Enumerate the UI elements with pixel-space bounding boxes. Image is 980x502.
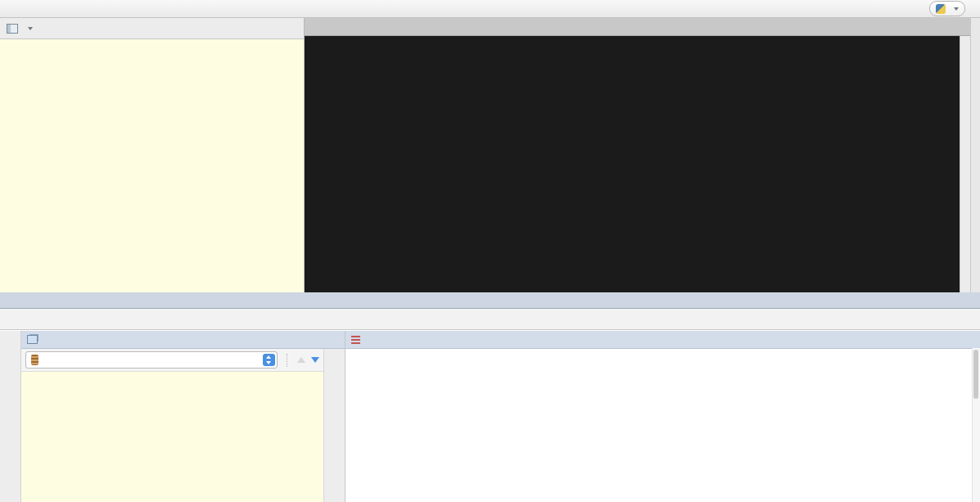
debug-header-icons bbox=[972, 292, 980, 308]
variables-panel-header bbox=[345, 331, 980, 349]
thread-selector-row bbox=[21, 349, 323, 372]
frames-side-toolbar bbox=[323, 349, 345, 502]
toolbar-actions bbox=[929, 1, 975, 16]
project-tool-window bbox=[0, 18, 305, 292]
debug-left-toolbar bbox=[0, 331, 21, 502]
variables-icon bbox=[351, 336, 360, 344]
variables-scrollbar[interactable] bbox=[972, 348, 980, 502]
next-frame-icon[interactable] bbox=[311, 357, 319, 363]
chevron-down-icon bbox=[954, 7, 959, 11]
code-editor[interactable] bbox=[305, 36, 960, 292]
editor-area bbox=[305, 18, 980, 292]
python-icon bbox=[936, 4, 946, 14]
navigation-bar bbox=[0, 0, 980, 18]
thread-icon bbox=[31, 355, 38, 365]
ide-window bbox=[0, 0, 980, 502]
frames-list bbox=[21, 372, 323, 502]
thread-selector[interactable] bbox=[25, 351, 278, 369]
debug-session-tab-bar bbox=[0, 292, 980, 309]
frames-icon bbox=[27, 335, 38, 344]
run-configuration-select[interactable] bbox=[929, 1, 965, 16]
debug-toolwindow-label bbox=[0, 292, 13, 308]
project-panel-header bbox=[0, 18, 304, 39]
frames-panel bbox=[21, 331, 345, 502]
previous-frame-icon bbox=[297, 357, 305, 363]
editor-tab-bar bbox=[305, 18, 970, 36]
chevron-down-icon[interactable] bbox=[28, 27, 33, 30]
variables-panel bbox=[345, 331, 980, 502]
variables-list bbox=[345, 349, 980, 502]
combo-stepper-icon[interactable] bbox=[263, 354, 275, 366]
project-tree bbox=[0, 39, 304, 292]
project-panel-icon bbox=[7, 24, 18, 34]
inspection-annotation-bar bbox=[960, 36, 970, 292]
debugger-toolbar bbox=[0, 309, 980, 330]
right-tool-stripe bbox=[970, 18, 980, 292]
frames-panel-header bbox=[21, 331, 345, 349]
